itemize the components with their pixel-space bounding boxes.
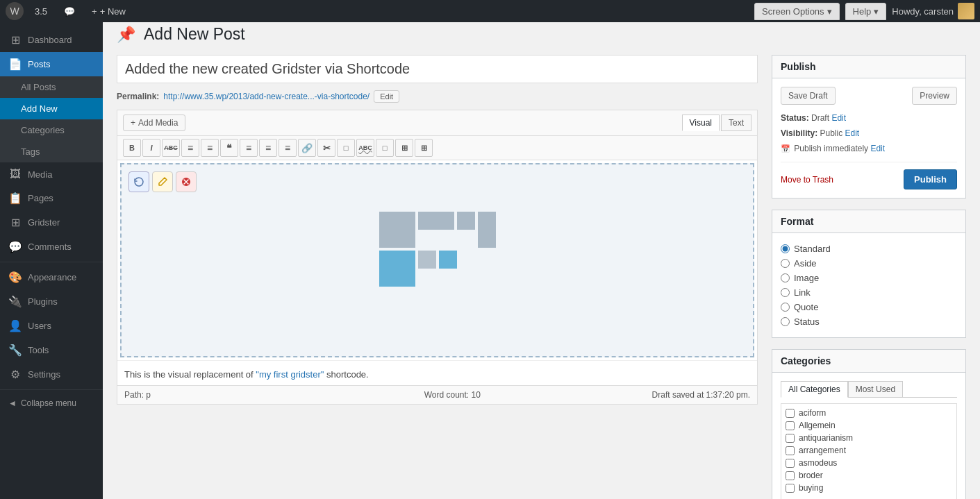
sidebar-item-add-new[interactable]: Add New	[0, 98, 103, 119]
wp-wrap: ⊞ Dashboard 📄 Posts All Posts Add New Ca…	[0, 22, 980, 499]
format-status-label: Status	[794, 316, 820, 327]
tb-fullscreen[interactable]: □	[376, 139, 394, 157]
tb-align-center[interactable]: ≡	[259, 139, 277, 157]
sidebar-item-pages[interactable]: 📋 Pages	[0, 186, 103, 210]
sidebar-item-all-posts[interactable]: All Posts	[0, 76, 103, 98]
save-draft-button[interactable]: Save Draft	[781, 87, 836, 105]
visibility-value: Public	[820, 128, 842, 138]
format-image-radio[interactable]	[781, 273, 790, 282]
format-link-label: Link	[794, 287, 811, 298]
editor-content-area[interactable]	[120, 163, 754, 357]
cat-asmodeus-checkbox[interactable]	[786, 459, 795, 468]
tab-all-categories[interactable]: All Categories	[781, 381, 848, 398]
sidebar-item-posts[interactable]: 📄 Posts	[0, 52, 103, 76]
format-status: Status	[781, 314, 957, 329]
sidebar-item-plugins[interactable]: 🔌 Plugins	[0, 289, 103, 314]
page-title: Add New Post	[144, 25, 245, 44]
add-media-button[interactable]: + Add Media	[123, 115, 185, 131]
shortcode-delete-button[interactable]	[176, 171, 197, 192]
shortcode-edit-button[interactable]	[152, 171, 173, 192]
tb-grid[interactable]: ⊞	[415, 139, 433, 157]
list-item: aciform	[786, 407, 952, 419]
post-title-input[interactable]	[117, 55, 758, 83]
sidebar-item-media[interactable]: 🖼 Media	[0, 162, 103, 186]
tb-unordered-list[interactable]: ≡	[181, 139, 199, 157]
tb-bold[interactable]: B	[123, 139, 141, 157]
cat-asmodeus-label: asmodeus	[799, 458, 837, 468]
cat-buying-checkbox[interactable]	[786, 484, 795, 493]
format-status-radio[interactable]	[781, 317, 790, 326]
tab-text[interactable]: Text	[721, 115, 751, 131]
permalink-edit-button[interactable]: Edit	[374, 90, 399, 103]
sidebar-item-comments[interactable]: 💬 Comments	[0, 235, 103, 259]
tb-align-left[interactable]: ≡	[240, 139, 258, 157]
shortcode-refresh-button[interactable]	[128, 171, 149, 192]
sidebar-item-gridster[interactable]: ⊞ Gridster	[0, 210, 103, 235]
sidebar-item-categories[interactable]: Categories	[0, 119, 103, 141]
format-aside-radio[interactable]	[781, 259, 790, 268]
sidebar-item-tags[interactable]: Tags	[0, 141, 103, 162]
collapse-menu-button[interactable]: ◄ Collapse menu	[0, 393, 103, 414]
format-quote: Quote	[781, 300, 957, 314]
tab-visual[interactable]: Visual	[682, 115, 720, 131]
move-trash-link[interactable]: Move to Trash	[781, 175, 833, 185]
cat-antiquarianism-checkbox[interactable]	[786, 434, 795, 443]
wp-logo[interactable]: W	[6, 2, 24, 20]
word-count-value: 10	[472, 390, 481, 400]
tb-align-right[interactable]: ≡	[279, 139, 297, 157]
shortcode-toolbar	[128, 171, 746, 192]
admin-menu: ⊞ Dashboard 📄 Posts All Posts Add New Ca…	[0, 22, 103, 499]
sidebar-item-appearance[interactable]: 🎨 Appearance	[0, 265, 103, 289]
tb-ordered-list[interactable]: ≡	[201, 139, 219, 157]
tools-icon: 🔧	[8, 344, 22, 357]
cat-aciform-checkbox[interactable]	[786, 409, 795, 418]
permalink-row: Permalink: http://www.35.wp/2013/add-new…	[117, 90, 758, 103]
editor-toolbar: B I ABC ≡ ≡ ❝ ≡ ≡ ≡ 🔗 ✂ □ ABC □	[117, 136, 757, 160]
side-sortables: Publish Save Draft Preview Status: Draft…	[772, 55, 966, 499]
post-body-content: Permalink: http://www.35.wp/2013/add-new…	[117, 55, 758, 405]
cat-broder-checkbox[interactable]	[786, 471, 795, 480]
tb-strikethrough[interactable]: ABC	[162, 139, 180, 157]
chevron-down-icon: ▾	[874, 6, 879, 17]
tb-italic[interactable]: I	[142, 139, 160, 157]
plus-icon: +	[92, 6, 97, 17]
cat-arrangement-checkbox[interactable]	[786, 446, 795, 455]
format-image: Image	[781, 271, 957, 285]
status-edit-link[interactable]: Edit	[831, 113, 846, 123]
screen-options-button[interactable]: Screen Options ▾	[754, 3, 840, 20]
publish-time-edit-link[interactable]: Edit	[870, 144, 885, 153]
format-link-radio[interactable]	[781, 288, 790, 297]
tb-unlink[interactable]: ✂	[317, 139, 335, 157]
comments-icon: 💬	[8, 240, 22, 253]
tb-kitchen-sink[interactable]: ⊞	[395, 139, 413, 157]
tb-spellcheck[interactable]: ABC	[356, 139, 374, 157]
cat-allgemein-checkbox[interactable]	[786, 421, 795, 430]
tb-insert[interactable]: □	[337, 139, 355, 157]
settings-icon: ⚙	[8, 368, 22, 381]
howdy-section: Howdy, carsten	[892, 3, 974, 19]
sidebar-item-settings[interactable]: ⚙ Settings	[0, 362, 103, 387]
categories-list[interactable]: aciform Allgemein antiquarianism	[781, 403, 957, 499]
list-item: buying	[786, 482, 952, 494]
permalink-url[interactable]: http://www.35.wp/2013/add-new-create...-…	[163, 92, 369, 101]
tb-link[interactable]: 🔗	[298, 139, 316, 157]
visibility-edit-link[interactable]: Edit	[845, 128, 860, 138]
sidebar-item-users[interactable]: 👤 Users	[0, 314, 103, 338]
preview-button[interactable]: Preview	[912, 87, 957, 105]
format-quote-radio[interactable]	[781, 303, 790, 312]
word-count-label: Word count:	[424, 390, 469, 400]
editor-footer: Path: p Word count: 10 Draft saved at 1:…	[117, 385, 757, 404]
adminbar-new[interactable]: + + New	[86, 3, 131, 19]
publish-button[interactable]: Publish	[904, 169, 957, 189]
chevron-down-icon: ▾	[827, 6, 832, 17]
tb-blockquote[interactable]: ❝	[220, 139, 238, 157]
tab-most-used[interactable]: Most Used	[848, 381, 903, 397]
help-button[interactable]: Help ▾	[845, 3, 887, 20]
permalink-label: Permalink:	[117, 92, 159, 101]
sidebar-item-dashboard[interactable]: ⊞ Dashboard	[0, 28, 103, 52]
adminbar-comments[interactable]: 💬	[58, 3, 81, 19]
sidebar-item-tools[interactable]: 🔧 Tools	[0, 338, 103, 362]
format-standard-radio[interactable]	[781, 244, 790, 253]
format-aside-label: Aside	[794, 258, 817, 269]
media-plus-icon: +	[131, 118, 135, 128]
